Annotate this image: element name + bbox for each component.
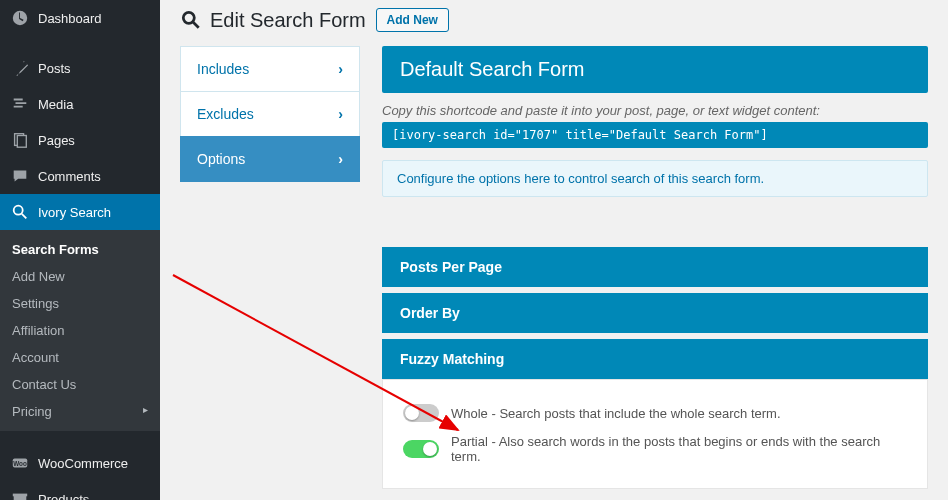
submenu-account[interactable]: Account <box>0 344 160 371</box>
submenu-add-new[interactable]: Add New <box>0 263 160 290</box>
sidebar-item-woocommerce[interactable]: Woo WooCommerce <box>0 445 160 481</box>
toggle-partial[interactable] <box>403 440 439 458</box>
sidebar-submenu: Search Forms Add New Settings Affiliatio… <box>0 230 160 431</box>
info-banner: Configure the options here to control se… <box>382 160 928 197</box>
sidebar-item-pages[interactable]: Pages <box>0 122 160 158</box>
sidebar-item-dashboard[interactable]: Dashboard <box>0 0 160 36</box>
admin-sidebar: Dashboard Posts Media Pages Comments Ivo… <box>0 0 160 500</box>
archive-icon <box>10 489 30 500</box>
comment-icon <box>10 166 30 186</box>
fuzzy-partial-row: Partial - Also search words in the posts… <box>403 428 907 470</box>
settings-panel: Default Search Form Copy this shortcode … <box>382 46 928 489</box>
shortcode-text[interactable]: [ivory-search id="1707" title="Default S… <box>382 122 928 148</box>
tab-options[interactable]: Options› <box>180 136 360 182</box>
section-order-by[interactable]: Order By <box>382 293 928 333</box>
chevron-right-icon: › <box>338 106 343 122</box>
fuzzy-whole-label: Whole - Search posts that include the wh… <box>451 406 781 421</box>
chevron-right-icon: › <box>338 151 343 167</box>
pages-icon <box>10 130 30 150</box>
chevron-right-icon: › <box>338 61 343 77</box>
sidebar-label: Dashboard <box>38 11 102 26</box>
submenu-search-forms[interactable]: Search Forms <box>0 236 160 263</box>
shortcode-description: Copy this shortcode and paste it into yo… <box>382 103 928 118</box>
sidebar-label: Comments <box>38 169 101 184</box>
sidebar-label: Products <box>38 492 89 501</box>
fuzzy-whole-row: Whole - Search posts that include the wh… <box>403 398 907 428</box>
sidebar-label: Media <box>38 97 73 112</box>
sidebar-label: Ivory Search <box>38 205 111 220</box>
search-icon <box>10 202 30 222</box>
sidebar-label: WooCommerce <box>38 456 128 471</box>
dashboard-icon <box>10 8 30 28</box>
submenu-pricing[interactable]: Pricing▸ <box>0 398 160 425</box>
form-tabs: Includes› Excludes› Options› <box>180 46 360 489</box>
sidebar-item-products[interactable]: Products <box>0 481 160 500</box>
submenu-affiliation[interactable]: Affiliation <box>0 317 160 344</box>
svg-rect-6 <box>13 494 27 497</box>
svg-point-7 <box>183 12 194 23</box>
toggle-whole[interactable] <box>403 404 439 422</box>
form-title: Default Search Form <box>382 46 928 93</box>
woocommerce-icon: Woo <box>10 453 30 473</box>
sidebar-item-posts[interactable]: Posts <box>0 50 160 86</box>
sidebar-item-ivory-search[interactable]: Ivory Search <box>0 194 160 230</box>
chevron-right-icon: ▸ <box>143 404 148 415</box>
section-posts-per-page[interactable]: Posts Per Page <box>382 247 928 287</box>
sidebar-item-media[interactable]: Media <box>0 86 160 122</box>
add-new-button[interactable]: Add New <box>376 8 449 32</box>
tab-includes[interactable]: Includes› <box>180 46 360 92</box>
page-title: Edit Search Form <box>180 9 366 32</box>
section-fuzzy-matching[interactable]: Fuzzy Matching <box>382 339 928 379</box>
svg-point-2 <box>14 206 23 215</box>
sidebar-item-comments[interactable]: Comments <box>0 158 160 194</box>
page-header: Edit Search Form Add New <box>180 8 928 32</box>
main-content: Edit Search Form Add New Includes› Exclu… <box>160 0 948 500</box>
submenu-contact-us[interactable]: Contact Us <box>0 371 160 398</box>
media-icon <box>10 94 30 114</box>
sidebar-label: Posts <box>38 61 71 76</box>
submenu-settings[interactable]: Settings <box>0 290 160 317</box>
svg-text:Woo: Woo <box>13 460 27 467</box>
fuzzy-matching-body: Whole - Search posts that include the wh… <box>382 379 928 489</box>
tab-excludes[interactable]: Excludes› <box>180 91 360 137</box>
pin-icon <box>10 58 30 78</box>
fuzzy-partial-label: Partial - Also search words in the posts… <box>451 434 907 464</box>
svg-rect-1 <box>17 136 26 148</box>
search-icon <box>180 9 202 31</box>
sidebar-label: Pages <box>38 133 75 148</box>
